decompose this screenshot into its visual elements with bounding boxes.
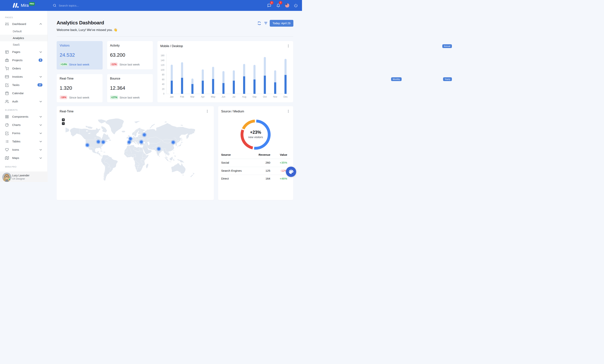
svg-text:120: 120 xyxy=(161,64,164,66)
svg-text:Jul: Jul xyxy=(232,96,235,98)
svg-text:Oct: Oct xyxy=(263,96,267,98)
svg-text:Jun: Jun xyxy=(222,96,225,98)
svg-text:20: 20 xyxy=(162,88,164,90)
svg-text:Sep: Sep xyxy=(252,96,256,98)
svg-text:Aug: Aug xyxy=(242,96,246,98)
svg-text:40: 40 xyxy=(162,83,164,86)
svg-text:80: 80 xyxy=(162,73,164,76)
svg-text:Jan: Jan xyxy=(170,96,174,98)
svg-text:60: 60 xyxy=(162,78,164,81)
svg-text:140: 140 xyxy=(161,59,164,62)
svg-text:Nov: Nov xyxy=(273,96,277,98)
svg-text:May: May xyxy=(211,96,215,98)
svg-text:Apr: Apr xyxy=(201,96,204,98)
svg-text:Mar: Mar xyxy=(190,96,195,98)
svg-text:100: 100 xyxy=(161,68,164,71)
svg-text:0: 0 xyxy=(163,92,164,95)
svg-text:160: 160 xyxy=(161,54,164,57)
svg-text:Dec: Dec xyxy=(283,96,288,98)
svg-text:Feb: Feb xyxy=(180,96,184,98)
